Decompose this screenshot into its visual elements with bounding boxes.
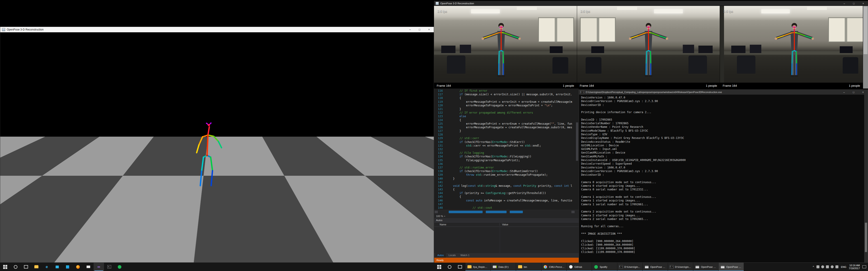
taskbar-task-button[interactable]: bin	[516, 263, 541, 271]
code-line[interactable]: 139 throw std::runtime_error(errorMessag…	[434, 173, 579, 177]
start-taskbar-button[interactable]	[0, 263, 10, 271]
folder-taskbar-button[interactable]	[31, 263, 41, 271]
onedrive-icon[interactable]	[816, 265, 819, 268]
action-center-icon[interactable]	[862, 265, 866, 268]
search-taskbar-button[interactable]	[444, 263, 455, 271]
taskview-taskbar-button[interactable]	[21, 263, 31, 271]
volume-icon[interactable]	[826, 265, 829, 268]
code-line[interactable]: 116 // If first error	[434, 89, 579, 93]
code-line[interactable]: 131 std::cerr << errorMessageToPrint << …	[434, 144, 579, 147]
taskbar-task-button[interactable]: OpenPose 3-...	[643, 263, 668, 271]
code-line[interactable]: 129 // std::cerr	[434, 136, 579, 140]
code-line[interactable]: 126 errorMessageToPropagate = createFull…	[434, 126, 579, 129]
taskbar-task-button[interactable]: OpenPose 3-...	[718, 263, 744, 271]
code-line[interactable]: 132	[434, 147, 579, 151]
taskbar-task-button[interactable]: D:\Users\gin...	[617, 263, 643, 271]
code-line[interactable]: 140 }	[434, 177, 579, 180]
code-line[interactable]: 125 errorMessageToPrint = errorEnum + cr…	[434, 122, 579, 126]
shield-icon[interactable]	[835, 265, 838, 268]
scroll-left-arrow[interactable]	[435, 211, 438, 213]
taskbar-task-button[interactable]: D:\Users\gin...	[668, 263, 693, 271]
tab-autos[interactable]: Autos	[435, 253, 446, 258]
close-button[interactable]: ×	[858, 90, 868, 95]
taskbar-task-button[interactable]: CMU-Percept...	[541, 263, 566, 271]
left-window-titlebar[interactable]: OpenPose 3-D Reconstruction – □ ×	[0, 27, 434, 32]
language-indicator[interactable]: ENG	[841, 266, 846, 268]
minimize-button[interactable]: –	[839, 90, 849, 95]
camera-view-1[interactable]: 2.5 fps Frame 164 1 people	[434, 6, 577, 89]
autos-grid[interactable]	[434, 227, 579, 253]
taskbar-task-button[interactable]: OpenPose 3-...	[693, 263, 718, 271]
terminal-taskbar-button[interactable]	[104, 263, 114, 271]
column-header-value[interactable]: Value	[500, 223, 579, 226]
code-line[interactable]: 142 void log(const std::string& message,…	[434, 184, 579, 188]
column-header-name[interactable]: Name	[434, 223, 500, 226]
editor-vertical-scrollbar[interactable]	[576, 89, 579, 210]
tab-watch-1[interactable]: Watch 1	[458, 253, 472, 258]
code-line[interactable]: 119 errorMessageToPrint = errorInit + er…	[434, 100, 579, 104]
edge-taskbar-button[interactable]	[41, 263, 52, 271]
store-taskbar-button[interactable]	[52, 263, 62, 271]
code-line[interactable]: 143 {	[434, 188, 579, 191]
scroll-right-arrow[interactable]	[571, 211, 575, 213]
code-line[interactable]: 147	[434, 202, 579, 206]
maximize-button[interactable]: □	[415, 27, 424, 32]
taskbar-task-button[interactable]: Ilya_Repin_U...	[465, 263, 491, 271]
firefox-taskbar-button[interactable]	[73, 263, 83, 271]
3d-viewport[interactable]	[0, 32, 434, 263]
scrollbar-thumb[interactable]	[864, 6, 868, 54]
console-output[interactable]: DeviceVersion : 1606.0.47.0DeviceDriverV…	[579, 95, 864, 263]
code-line[interactable]: 117 if (message.size() < errorInit.size(…	[434, 93, 579, 96]
minimize-button[interactable]: –	[405, 27, 415, 32]
mail-taskbar-button[interactable]	[83, 263, 94, 271]
code-line[interactable]: 120 errorMessageToPropagate = errorMessa…	[434, 104, 579, 107]
scrollbar-thumb[interactable]	[865, 223, 867, 252]
code-line[interactable]: 137 // std::runtime_error	[434, 166, 579, 169]
editor-zoom-control[interactable]: 100 % ▾	[434, 214, 579, 218]
code-line[interactable]: 134 if (checkIfErrorHas(ErrorMode::FileL…	[434, 155, 579, 158]
spotify-taskbar-button[interactable]	[114, 263, 125, 271]
code-line[interactable]: 138 if (checkIfErrorHas(ErrorMode::StdRu…	[434, 169, 579, 173]
scrollbar-segment[interactable]	[510, 211, 523, 213]
code-line[interactable]: 128	[434, 133, 579, 136]
code-line[interactable]: 141	[434, 180, 579, 184]
clock[interactable]: 10:16 AM 7/18/2017	[849, 264, 860, 270]
scrollbar-segment[interactable]	[486, 211, 506, 213]
maximize-button[interactable]: □	[849, 90, 858, 95]
taskbar-task-button[interactable]: GitHub	[566, 263, 592, 271]
code-line[interactable]: 145 {	[434, 195, 579, 199]
editor-horizontal-scrollbar[interactable]	[434, 210, 579, 214]
photos-taskbar-button[interactable]	[62, 263, 73, 271]
camera-view-3[interactable]: 2.5 fps Frame 164 1 people	[720, 6, 863, 89]
taskview-taskbar-button[interactable]	[455, 263, 465, 271]
search-taskbar-button[interactable]	[10, 263, 21, 271]
vs-taskbar-button[interactable]	[94, 263, 104, 271]
code-line[interactable]: 118 {	[434, 96, 579, 100]
code-editor[interactable]: 116 // If first error117 if (message.siz…	[434, 89, 579, 210]
code-line[interactable]: 121 }	[434, 107, 579, 111]
tab-locals[interactable]: Locals	[446, 253, 458, 258]
close-button[interactable]: ×	[859, 1, 868, 6]
taskbar-task-button[interactable]: Spotify	[592, 263, 617, 271]
minimize-button[interactable]: –	[839, 1, 849, 6]
code-line[interactable]: 123 else	[434, 114, 579, 118]
camera-window-scrollbar[interactable]	[863, 6, 868, 89]
tray-expand-icon[interactable]: ^	[813, 265, 814, 269]
scrollbar-thumb[interactable]	[576, 123, 578, 161]
code-line[interactable]: 124 {	[434, 118, 579, 122]
start-taskbar-button[interactable]	[434, 263, 444, 271]
code-line[interactable]: 144 if (priority >= ConfigureLog::getPri…	[434, 191, 579, 195]
code-line[interactable]: 122 // If error propagated among differe…	[434, 111, 579, 114]
code-line[interactable]: 127 }	[434, 129, 579, 133]
close-button[interactable]: ×	[424, 27, 434, 32]
console-scrollbar[interactable]	[864, 95, 868, 263]
camera-window-titlebar[interactable]: OpenPose 3-D Reconstruction – □ ×	[434, 1, 868, 6]
scrollbar-segment[interactable]	[449, 211, 483, 213]
code-line[interactable]: 130 if (checkIfErrorHas(ErrorMode::StdCe…	[434, 140, 579, 144]
code-line[interactable]: 136	[434, 162, 579, 166]
network-icon[interactable]	[821, 265, 824, 268]
maximize-button[interactable]: □	[849, 1, 859, 6]
console-titlebar[interactable]: D:\Users\gines\Dropbox\Perceptual_Comput…	[579, 90, 868, 95]
code-line[interactable]: 148 // std::cout	[434, 206, 579, 210]
code-line[interactable]: 146 const auto infoMessage = createFullM…	[434, 199, 579, 202]
